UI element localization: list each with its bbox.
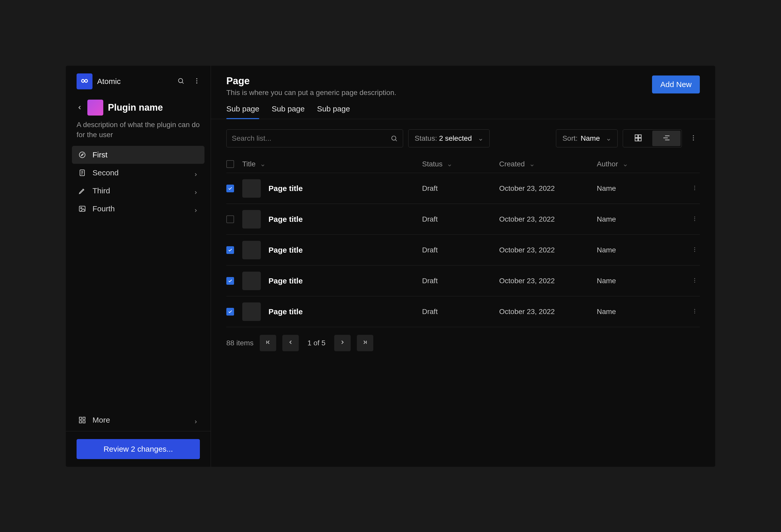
tabs: Sub pageSub pageSub page [227,104,700,119]
view-toggle [623,129,682,147]
row-thumbnail [242,272,261,290]
svg-point-17 [392,136,396,140]
table-row[interactable]: Page titleDraftOctober 23, 2022Name [227,296,700,327]
item-count: 88 items [227,339,254,347]
column-status[interactable]: Status [422,160,499,168]
row-author: Name [597,308,684,316]
row-created: October 23, 2022 [499,215,597,223]
column-title[interactable]: Title [242,160,422,168]
next-page-button[interactable] [334,335,351,351]
pencil-icon [78,187,86,195]
svg-rect-19 [635,135,638,138]
svg-rect-21 [635,138,638,141]
sidebar-item-first[interactable]: First [72,146,205,164]
svg-point-33 [694,218,695,219]
search-icon [390,135,398,142]
sidebar-item-second[interactable]: Second [72,164,205,182]
svg-marker-6 [81,153,83,156]
last-page-button[interactable] [357,335,373,351]
view-list-button[interactable] [652,131,681,146]
review-bar: Review 2 changes... [66,431,211,467]
column-author[interactable]: Author [597,160,684,168]
first-page-button[interactable] [260,335,276,351]
search-input[interactable] [232,134,390,142]
row-checkbox[interactable] [227,308,234,316]
prev-page-button[interactable] [282,335,299,351]
chevron-down-icon [478,136,483,141]
svg-point-26 [693,135,694,136]
review-changes-button[interactable]: Review 2 changes... [77,439,200,459]
row-title: Page title [269,215,303,224]
chevron-right-icon [339,339,345,347]
svg-rect-15 [79,421,82,423]
back-button[interactable] [77,104,83,110]
more-vertical-icon [692,247,698,254]
svg-rect-20 [639,135,641,138]
select-all-checkbox[interactable] [227,160,234,168]
sidebar-item-more[interactable]: More [72,411,205,429]
sidebar-item-third[interactable]: Third [72,182,205,200]
more-vertical-icon [692,308,698,315]
column-created[interactable]: Created [499,160,597,168]
svg-point-27 [693,137,694,138]
toolbar-overflow-button[interactable] [687,132,700,145]
svg-point-38 [694,278,695,279]
svg-point-12 [81,208,82,209]
row-checkbox[interactable] [227,246,234,254]
svg-rect-22 [639,138,641,141]
row-overflow-button[interactable] [690,183,700,193]
add-new-button[interactable]: Add New [652,76,700,93]
row-overflow-button[interactable] [690,276,700,286]
row-checkbox[interactable] [227,215,234,223]
row-title: Page title [269,184,303,193]
table-row[interactable]: Page titleDraftOctober 23, 2022Name [227,265,700,296]
page-desc: This is where you can put a generic page… [227,89,397,97]
row-overflow-button[interactable] [690,307,700,317]
table-header: Title Status Created Author [227,155,700,173]
tab-1[interactable]: Sub page [272,104,304,119]
plugin-desc: A description of what the plugin can do … [77,120,200,140]
row-checkbox[interactable] [227,277,234,285]
table-row[interactable]: Page titleDraftOctober 23, 2022Name [227,235,700,265]
list-icon [662,134,670,143]
row-created: October 23, 2022 [499,277,597,285]
table: Title Status Created Author [211,147,715,327]
row-created: October 23, 2022 [499,308,597,316]
more-vertical-icon [193,77,200,86]
chevron-down-icon [606,136,611,141]
search-button[interactable] [175,76,187,87]
chevron-right-icon [193,206,198,211]
status-filter[interactable]: Status: 2 selected [408,129,490,147]
tab-2[interactable]: Sub page [317,104,350,119]
sidebar-overflow-button[interactable] [191,76,202,87]
row-overflow-button[interactable] [690,214,700,224]
svg-point-42 [694,311,695,311]
row-title: Page title [269,307,303,316]
row-overflow-button[interactable] [690,245,700,255]
row-thumbnail [242,241,261,259]
view-grid-button[interactable] [624,131,652,146]
svg-point-32 [694,216,695,217]
sidebar-item-fourth[interactable]: Fourth [72,200,205,218]
row-checkbox[interactable] [227,185,234,192]
chevron-first-icon [265,339,271,347]
chevron-down-icon [447,162,452,167]
svg-point-35 [694,247,695,248]
plugin-swatch [87,100,103,116]
sidebar: Atomic Plugin [66,66,211,467]
app-window: Atomic Plugin [66,66,715,467]
page-info: 1 of 5 [305,339,328,347]
table-row[interactable]: Page titleDraftOctober 23, 2022Name [227,204,700,235]
svg-point-28 [693,139,694,140]
sort-select[interactable]: Sort: Name [556,129,618,147]
table-row[interactable]: Page titleDraftOctober 23, 2022Name [227,173,700,204]
status-filter-label: Status: [415,134,439,142]
row-author: Name [597,184,684,192]
nav-list: FirstSecondThirdFourth [66,146,211,411]
search-wrap[interactable] [227,129,403,147]
tab-0[interactable]: Sub page [227,104,259,119]
row-status: Draft [422,184,499,192]
app-logo [77,74,92,89]
svg-rect-16 [83,421,85,423]
main: Page This is where you can put a generic… [211,66,715,467]
